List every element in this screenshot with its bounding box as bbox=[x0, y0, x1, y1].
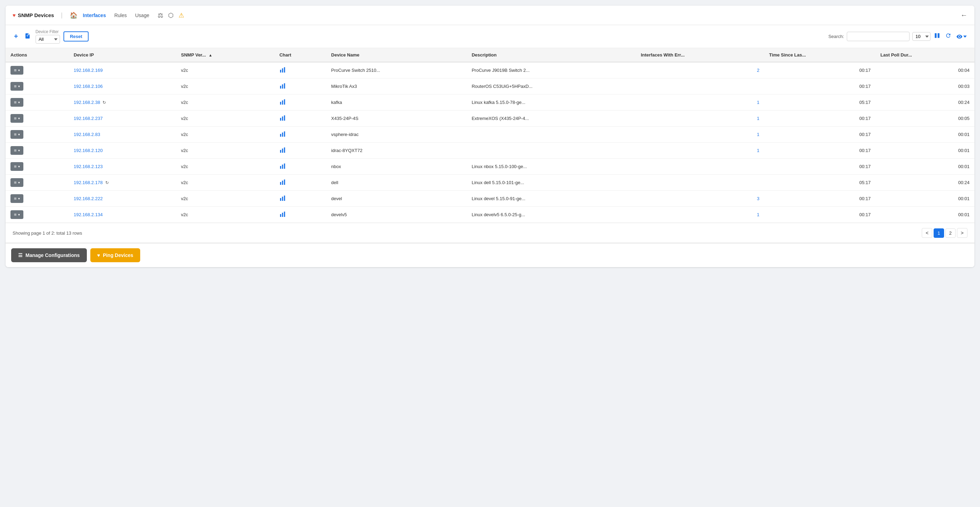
page-size-select[interactable]: 10 25 50 100 bbox=[912, 32, 931, 41]
cell-actions: ≡ ▾ bbox=[6, 175, 69, 191]
device-ip-link[interactable]: 192.168.2.178 bbox=[73, 180, 103, 185]
back-button[interactable]: ← bbox=[961, 11, 967, 19]
interfaces-err-link[interactable]: 1 bbox=[757, 116, 759, 121]
col-device-name[interactable]: Device Name bbox=[326, 48, 467, 62]
eye-button[interactable] bbox=[956, 33, 967, 40]
col-time-since[interactable]: Time Since Las... bbox=[764, 48, 875, 62]
devices-table: Actions Device IP SNMP Ver... ▲ Chart De… bbox=[6, 48, 974, 223]
chart-icon[interactable] bbox=[279, 100, 286, 106]
warning-icon[interactable]: ⚠ bbox=[178, 11, 184, 19]
cell-description: RouterOS C53UiG+5HPaxD... bbox=[467, 78, 636, 94]
action-menu-button[interactable]: ≡ ▾ bbox=[11, 194, 23, 203]
cell-actions: ≡ ▾ bbox=[6, 191, 69, 207]
action-menu-button[interactable]: ≡ ▾ bbox=[11, 178, 23, 187]
cell-device-ip: 192.168.2.237 bbox=[69, 111, 176, 127]
action-menu-button[interactable]: ≡ ▾ bbox=[11, 210, 23, 219]
cell-device-ip: 192.168.2.134 bbox=[69, 207, 176, 223]
chart-icon[interactable] bbox=[279, 84, 286, 90]
action-menu-button[interactable]: ≡ ▾ bbox=[11, 66, 23, 75]
svg-rect-12 bbox=[282, 116, 283, 121]
cell-device-ip: 192.168.2.222 bbox=[69, 191, 176, 207]
cell-chart bbox=[274, 191, 326, 207]
col-last-poll[interactable]: Last Poll Dur... bbox=[876, 48, 974, 62]
col-chart[interactable]: Chart bbox=[274, 48, 326, 62]
col-actions[interactable]: Actions bbox=[6, 48, 69, 62]
cell-last-poll: 00:03 bbox=[876, 78, 974, 94]
chart-icon[interactable] bbox=[279, 212, 286, 218]
nav-link-interfaces[interactable]: Interfaces bbox=[83, 13, 106, 18]
cell-description: Linux devel 5.15.0-91-ge... bbox=[467, 191, 636, 207]
cell-snmp-ver: v2c bbox=[176, 94, 274, 111]
action-menu-button[interactable]: ≡ ▾ bbox=[11, 114, 23, 123]
col-description[interactable]: Description bbox=[467, 48, 636, 62]
col-device-ip[interactable]: Device IP bbox=[69, 48, 176, 62]
cell-actions: ≡ ▾ bbox=[6, 127, 69, 143]
interfaces-err-link[interactable]: 3 bbox=[757, 196, 759, 201]
home-icon[interactable]: 🏠 bbox=[70, 11, 78, 19]
add-button[interactable]: + bbox=[13, 31, 19, 42]
cell-device-ip: 192.168.2.38 ↻ bbox=[69, 94, 176, 111]
action-menu-button[interactable]: ≡ ▾ bbox=[11, 82, 23, 91]
chart-icon[interactable] bbox=[279, 68, 286, 73]
interfaces-err-link[interactable]: 2 bbox=[757, 68, 759, 73]
columns-button[interactable] bbox=[933, 32, 941, 41]
chart-icon[interactable] bbox=[279, 180, 286, 186]
device-ip-link[interactable]: 192.168.2.134 bbox=[73, 212, 103, 217]
chart-icon[interactable] bbox=[279, 132, 286, 138]
nav-link-rules[interactable]: Rules bbox=[115, 13, 127, 18]
nav-icons: ⚖ ⬡ ⚠ bbox=[158, 11, 184, 19]
device-ip-link[interactable]: 192.168.2.83 bbox=[73, 132, 100, 137]
cell-description: ExtremeXOS (X435-24P-4... bbox=[467, 111, 636, 127]
svg-rect-0 bbox=[935, 33, 936, 38]
filter-label: Device Filter bbox=[36, 29, 59, 34]
search-input[interactable] bbox=[847, 32, 910, 41]
device-ip-link[interactable]: 192.168.2.120 bbox=[73, 148, 103, 153]
action-menu-button[interactable]: ≡ ▾ bbox=[11, 146, 23, 155]
svg-rect-9 bbox=[282, 100, 283, 105]
svg-rect-25 bbox=[284, 179, 285, 184]
manage-configurations-button[interactable]: ☰ Manage Configurations bbox=[11, 248, 87, 262]
interfaces-err-link[interactable]: 1 bbox=[757, 132, 759, 137]
page-2-button[interactable]: 2 bbox=[945, 228, 956, 238]
cell-description: Linux dell 5.15.0-101-ge... bbox=[467, 175, 636, 191]
refresh-button[interactable] bbox=[944, 32, 952, 41]
action-menu-button[interactable]: ≡ ▾ bbox=[11, 162, 23, 171]
share-icon[interactable]: ⬡ bbox=[168, 11, 174, 19]
cell-device-name: dell bbox=[326, 175, 467, 191]
interfaces-err-link[interactable]: 1 bbox=[757, 100, 759, 105]
next-page-button[interactable]: > bbox=[957, 228, 967, 238]
device-ip-link[interactable]: 192.168.2.237 bbox=[73, 116, 103, 121]
device-ip-link[interactable]: 192.168.2.222 bbox=[73, 196, 103, 201]
chart-icon[interactable] bbox=[279, 148, 286, 154]
device-ip-link[interactable]: 192.168.2.106 bbox=[73, 84, 103, 89]
ping-devices-button[interactable]: ♥ Ping Devices bbox=[90, 248, 140, 262]
device-ip-link[interactable]: 192.168.2.169 bbox=[73, 68, 103, 73]
upload-button[interactable] bbox=[23, 32, 32, 42]
filter-select[interactable]: All bbox=[36, 35, 60, 44]
svg-rect-18 bbox=[282, 149, 283, 153]
nav-link-usage[interactable]: Usage bbox=[135, 13, 149, 18]
chart-icon[interactable] bbox=[279, 116, 286, 122]
cell-snmp-ver: v2c bbox=[176, 111, 274, 127]
cell-last-poll: 00:01 bbox=[876, 159, 974, 175]
action-menu-button[interactable]: ≡ ▾ bbox=[11, 130, 23, 139]
scale-icon[interactable]: ⚖ bbox=[158, 11, 163, 19]
cell-snmp-ver: v2c bbox=[176, 159, 274, 175]
chart-icon[interactable] bbox=[279, 196, 286, 202]
device-ip-link[interactable]: 192.168.2.123 bbox=[73, 164, 103, 169]
device-ip-link[interactable]: 192.168.2.38 bbox=[73, 100, 100, 105]
interfaces-err-link[interactable]: 1 bbox=[757, 212, 759, 217]
cell-interfaces-err: 1 bbox=[636, 207, 764, 223]
interfaces-err-link[interactable]: 1 bbox=[757, 148, 759, 153]
col-interfaces-err[interactable]: Interfaces With Err... bbox=[636, 48, 764, 62]
page-1-button[interactable]: 1 bbox=[934, 228, 944, 238]
svg-rect-11 bbox=[280, 118, 281, 121]
reset-button[interactable]: Reset bbox=[64, 32, 88, 41]
cell-interfaces-err: 1 bbox=[636, 94, 764, 111]
chart-icon[interactable] bbox=[279, 164, 286, 170]
action-menu-button[interactable]: ≡ ▾ bbox=[11, 98, 23, 107]
col-snmp-ver[interactable]: SNMP Ver... ▲ bbox=[176, 48, 274, 62]
cell-snmp-ver: v2c bbox=[176, 191, 274, 207]
cell-last-poll: 00:05 bbox=[876, 111, 974, 127]
prev-page-button[interactable]: < bbox=[922, 228, 932, 238]
